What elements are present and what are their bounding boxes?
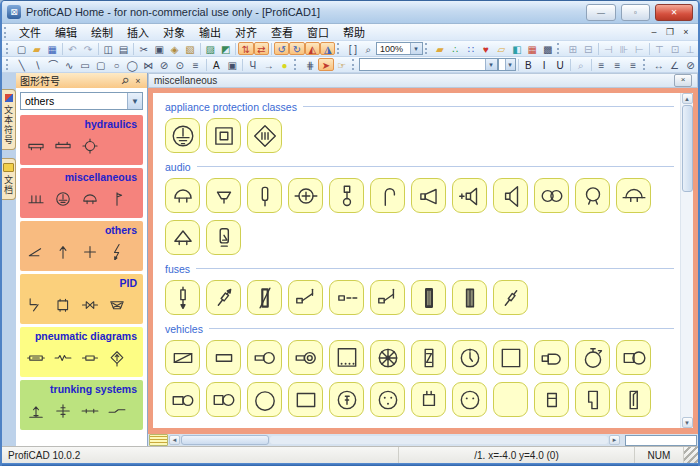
category-hydraulics[interactable]: hydraulics (20, 115, 143, 165)
clock-tile[interactable] (452, 340, 487, 375)
category-trunking-systems[interactable]: trunking systems (20, 380, 143, 430)
align-middle-button[interactable]: ⊡ (667, 42, 682, 55)
favorites-button[interactable]: ♥ (478, 42, 493, 55)
rotate-left-button[interactable]: ↺ (274, 42, 289, 55)
ellipse-button[interactable]: ◯ (124, 58, 140, 71)
underline-button[interactable]: U (552, 58, 568, 71)
door-bell-tile[interactable] (206, 220, 241, 255)
category-miscellaneous[interactable]: miscellaneous (20, 168, 143, 218)
italic-button[interactable]: I (536, 58, 552, 71)
flag-symbol[interactable] (107, 189, 127, 213)
pid-drain-symbol[interactable] (26, 295, 46, 319)
fan-wheel-tile[interactable] (370, 340, 405, 375)
earpiece-tile[interactable] (370, 178, 405, 213)
menu-item-9[interactable]: 窗口 (300, 24, 336, 40)
mirror-vertical-button[interactable]: ◮ (320, 42, 335, 55)
maximize-button[interactable]: ▫ (621, 4, 650, 21)
export-image-button[interactable]: ◩ (218, 42, 233, 55)
mdi-minimize-icon[interactable]: – (648, 27, 660, 37)
vehicle-symbol-14-tile[interactable] (206, 382, 241, 417)
parallel-lines-button[interactable]: ≡ (188, 58, 204, 71)
category-pid[interactable]: PID (20, 274, 143, 324)
text-button[interactable]: A (208, 58, 224, 71)
category-dropdown[interactable]: others ▼ (20, 92, 143, 110)
rounded-rectangle-button[interactable]: ▢ (93, 58, 109, 71)
vehicle-symbol-13-tile[interactable] (165, 382, 200, 417)
duct-line-symbol[interactable] (80, 401, 100, 425)
handset-tile[interactable] (329, 178, 364, 213)
angle-symbol[interactable] (26, 242, 46, 266)
align-top-button[interactable]: ⊤ (652, 42, 667, 55)
round-microphone-tile[interactable] (575, 178, 610, 213)
cut-button[interactable]: ✂ (136, 42, 151, 55)
insert-image-button[interactable]: ▨ (203, 42, 218, 55)
vehicle-symbol-20-tile[interactable] (452, 382, 487, 417)
chevron-down-icon[interactable]: ▾ (410, 43, 422, 54)
pan-hand-button[interactable]: ☞ (334, 58, 350, 71)
buzzer-tile[interactable] (165, 178, 200, 213)
fuse-bold-tile[interactable] (411, 280, 446, 315)
search-box[interactable] (625, 435, 697, 446)
earth-electrode-symbol[interactable] (53, 189, 73, 213)
para-align-right-button[interactable]: ≡ (625, 58, 641, 71)
menu-item-10[interactable]: 帮助 (336, 24, 372, 40)
headphones-tile[interactable] (534, 178, 569, 213)
align-center-button[interactable]: ⊪ (616, 42, 631, 55)
fuse-diagonal-tile[interactable] (493, 280, 528, 315)
font-name-combo[interactable]: ▾ (359, 58, 497, 71)
hydraulic-gauge-symbol[interactable] (80, 136, 100, 160)
protection-class-iii-tile[interactable] (247, 118, 282, 153)
vehicle-horn-tile[interactable] (616, 340, 651, 375)
fence-symbol[interactable] (26, 189, 46, 213)
arrow-up-symbol[interactable] (53, 242, 73, 266)
plus-symbol[interactable] (80, 242, 100, 266)
circle-slash-button[interactable]: ⊘ (156, 58, 172, 71)
pn-valve-symbol[interactable] (26, 348, 46, 372)
fuse-switch-a-tile[interactable] (288, 280, 323, 315)
microphone-tile[interactable] (247, 178, 282, 213)
vehicle-symbol-23-tile[interactable] (575, 382, 610, 417)
menu-item-5[interactable]: 对象 (156, 24, 192, 40)
scroll-down-icon[interactable]: ▼ (682, 417, 693, 428)
stopwatch-tile[interactable] (575, 340, 610, 375)
pid-funnel-symbol[interactable] (107, 295, 127, 319)
suppress-dimension-button[interactable]: ⊘ (682, 58, 698, 71)
fuse-double-tile[interactable] (452, 280, 487, 315)
flip-horizontal-button[interactable]: ⇄ (254, 42, 269, 55)
menu-item-2[interactable]: 编辑 (48, 24, 84, 40)
menu-item-1[interactable]: 文件 (12, 24, 48, 40)
rect-plain-tile[interactable] (206, 340, 241, 375)
mdi-restore-icon[interactable]: ❐ (664, 27, 676, 37)
list-of-wires-button[interactable]: ∷ (463, 42, 478, 55)
wires-button[interactable]: ⋕ (302, 58, 318, 71)
node-dot-button[interactable]: ● (277, 58, 293, 71)
colors-button[interactable]: ▦ (525, 42, 540, 55)
protection-class-i-tile[interactable] (165, 118, 200, 153)
vehicle-symbol-24-tile[interactable] (616, 382, 651, 417)
loudspeaker-amplifier-tile[interactable] (452, 178, 487, 213)
flip-vertical-button[interactable]: ⇅ (238, 42, 253, 55)
headlight-tile[interactable] (247, 340, 282, 375)
regulator-tile[interactable] (411, 340, 446, 375)
minimize-button[interactable]: — (586, 4, 616, 21)
rect-diagonal-tile[interactable] (165, 340, 200, 375)
align-right-button[interactable]: ⊢ (631, 42, 646, 55)
copy-button[interactable]: ▣ (151, 42, 166, 55)
horizontal-scroll-thumb[interactable] (181, 435, 269, 445)
pages-icon[interactable] (149, 434, 168, 446)
menu-item-7[interactable]: 对齐 (228, 24, 264, 40)
buzzer-line-tile[interactable] (616, 178, 651, 213)
pole-symbol[interactable] (26, 401, 46, 425)
text-frame-button[interactable]: ▣ (224, 58, 240, 71)
resize-grip[interactable] (683, 447, 698, 463)
vertical-scrollbar[interactable]: ▲ ▼ (680, 93, 693, 428)
pid-valve-symbol[interactable] (80, 295, 100, 319)
mdi-close-icon[interactable]: × (680, 27, 692, 37)
fuse-dash-tile[interactable] (329, 280, 364, 315)
fuel-pump-tile[interactable] (534, 340, 569, 375)
vertical-scroll-thumb[interactable] (682, 105, 693, 192)
select-cursor-button[interactable]: ➤ (318, 58, 334, 71)
arc-button[interactable]: ⌒ (45, 58, 61, 71)
mirror-horizontal-button[interactable]: ◭ (305, 42, 320, 55)
zoom-level-combo[interactable]: 100%▾ (376, 42, 423, 55)
